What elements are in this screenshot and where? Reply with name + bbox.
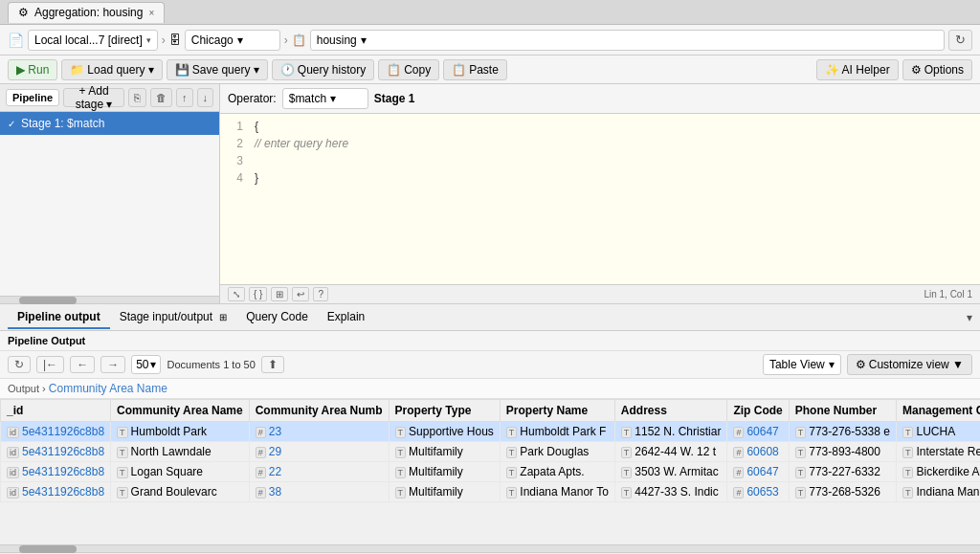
next-page-button[interactable]: → bbox=[100, 356, 125, 373]
col-header-address[interactable]: Address bbox=[614, 400, 727, 422]
operator-select[interactable]: $match ▾ bbox=[282, 88, 368, 109]
col-header-management-company[interactable]: Management Company bbox=[896, 400, 980, 422]
pipeline-items: ✓ Stage 1: $match bbox=[0, 112, 219, 296]
chevron-down-icon: ▾ bbox=[829, 358, 835, 371]
pipeline-stage-1[interactable]: ✓ Stage 1: $match bbox=[0, 112, 219, 135]
add-stage-button[interactable]: + Add stage ▾ bbox=[63, 88, 124, 107]
prev-page-button[interactable]: ← bbox=[70, 356, 95, 373]
save-query-button[interactable]: 💾 Save query ▾ bbox=[167, 59, 268, 80]
connection-select[interactable]: Local local...7 [direct] ▾ bbox=[28, 30, 158, 51]
table-view-label: Table View bbox=[769, 358, 825, 371]
tab-stage-input-output[interactable]: Stage input/output ⊞ bbox=[110, 306, 236, 329]
arrow-icon: › bbox=[284, 33, 288, 47]
table-cell: TPark Douglas bbox=[500, 442, 614, 462]
collection-select[interactable]: housing ▾ bbox=[310, 30, 945, 51]
load-query-button[interactable]: 📁 Load query ▾ bbox=[61, 59, 162, 80]
table-row[interactable]: id5e4311926c8b8TGrand Boulevarc#38TMulti… bbox=[1, 482, 981, 502]
table-cell: #60653 bbox=[727, 482, 789, 502]
scrollbar-thumb bbox=[19, 545, 77, 553]
table-cell: T3503 W. Armitac bbox=[614, 462, 727, 482]
arrow-icon: › bbox=[162, 33, 166, 47]
table-cell: T1152 N. Christiar bbox=[614, 422, 727, 442]
table-row[interactable]: id5e4311926c8b8TLogan Square#22TMultifam… bbox=[1, 462, 981, 482]
results-toolbar: ↻ |← ← → 50 ▾ Documents 1 to 50 ⬆ Table … bbox=[0, 351, 980, 379]
ai-helper-label: AI Helper bbox=[842, 63, 890, 77]
tab-query-code[interactable]: Query Code bbox=[236, 306, 318, 329]
table-cell: TIndiana Manor To bbox=[896, 482, 980, 502]
table-cell: TLogan Square bbox=[111, 462, 250, 482]
copy-button[interactable]: 📋 Copy bbox=[378, 59, 439, 80]
close-icon[interactable]: × bbox=[148, 8, 154, 18]
results-right: Table View ▾ ⚙ Customize view ▼ bbox=[763, 354, 972, 375]
pipeline-output-tab-label: Pipeline output bbox=[17, 310, 100, 323]
pipeline-scrollbar[interactable] bbox=[0, 296, 219, 303]
expand-editor-button[interactable]: ⤡ bbox=[228, 287, 245, 301]
code-editor[interactable]: 1 { 2 // enter query here 3 4 } bbox=[220, 114, 980, 284]
move-down-button[interactable]: ↓ bbox=[197, 88, 214, 107]
table-cell: T773-227-6332 bbox=[789, 462, 896, 482]
table-cell: id5e4311926c8b8 bbox=[1, 482, 111, 502]
table-cell: TMultifamily bbox=[389, 482, 500, 502]
chevron-down-icon: ▾ bbox=[330, 92, 336, 105]
page-size-value: 50 bbox=[136, 358, 148, 371]
pipeline-tab[interactable]: Pipeline bbox=[6, 89, 59, 106]
collection-label: housing bbox=[317, 33, 357, 47]
first-page-button[interactable]: |← bbox=[36, 356, 64, 373]
table-cell: T2642-44 W. 12 t bbox=[614, 442, 727, 462]
col-header-phone-number[interactable]: Phone Number bbox=[789, 400, 896, 422]
explain-tab-label: Explain bbox=[327, 310, 365, 323]
col-header-id[interactable]: _id bbox=[1, 400, 111, 422]
export-button[interactable]: ⬆ bbox=[261, 356, 284, 373]
table-row[interactable]: id5e4311926c8b8TNorth Lawndale#29TMultif… bbox=[1, 442, 981, 462]
col-header-property-type[interactable]: Property Type bbox=[389, 400, 500, 422]
table-cell: id5e4311926c8b8 bbox=[1, 422, 111, 442]
query-panel: Operator: $match ▾ Stage 1 1 { 2 // ente… bbox=[220, 84, 980, 303]
bottom-panel: Pipeline output Stage input/output ⊞ Que… bbox=[0, 304, 980, 552]
ai-helper-button[interactable]: ✨ AI Helper bbox=[816, 59, 899, 80]
code-line-4: 4 } bbox=[228, 169, 972, 187]
customize-icon: ⚙ bbox=[856, 358, 866, 371]
data-table-wrap[interactable]: _id Community Area Name Community Area N… bbox=[0, 399, 980, 544]
run-button[interactable]: ▶ ▶ Run bbox=[8, 59, 57, 80]
tab-pipeline-output[interactable]: Pipeline output bbox=[8, 306, 110, 329]
table-view-select[interactable]: Table View ▾ bbox=[763, 354, 841, 375]
aggregation-tab[interactable]: ⚙ Aggregation: housing × bbox=[8, 2, 165, 23]
operator-bar: Operator: $match ▾ Stage 1 bbox=[220, 84, 980, 114]
wrap-button[interactable]: ↩ bbox=[292, 287, 309, 301]
refresh-results-button[interactable]: ↻ bbox=[8, 356, 31, 373]
help-button[interactable]: ? bbox=[313, 287, 328, 301]
page-size-select[interactable]: 50 ▾ bbox=[131, 355, 161, 374]
doc-icon: 📄 bbox=[8, 33, 24, 48]
table-cell: #60647 bbox=[727, 462, 789, 482]
delete-stage-button[interactable]: 🗑 bbox=[150, 88, 172, 107]
chevron-down-icon: ▾ bbox=[237, 33, 243, 47]
table-cell: TInterstate Realty bbox=[896, 442, 980, 462]
table-cell: T773-893-4800 bbox=[789, 442, 896, 462]
operator-value: $match bbox=[289, 92, 326, 105]
tab-explain[interactable]: Explain bbox=[318, 306, 374, 329]
pipeline-output-section-header: Pipeline Output bbox=[0, 331, 980, 351]
save-icon: 💾 bbox=[175, 63, 189, 77]
col-header-community-area-name[interactable]: Community Area Name bbox=[111, 400, 250, 422]
refresh-button[interactable]: ↻ bbox=[948, 30, 972, 51]
database-label: Chicago bbox=[191, 33, 234, 47]
col-header-property-name[interactable]: Property Name bbox=[500, 400, 614, 422]
horizontal-scrollbar[interactable] bbox=[0, 544, 980, 552]
col-header-zip-code[interactable]: Zip Code bbox=[727, 400, 789, 422]
customize-view-button[interactable]: ⚙ Customize view ▼ bbox=[847, 354, 972, 375]
grid-button[interactable]: ⊞ bbox=[271, 287, 288, 301]
table-row[interactable]: id5e4311926c8b8THumboldt Park#23TSupport… bbox=[1, 422, 981, 442]
table-cell: id5e4311926c8b8 bbox=[1, 462, 111, 482]
code-comment: // enter query here bbox=[255, 135, 348, 152]
expand-icon[interactable]: ▾ bbox=[967, 311, 972, 324]
col-header-community-area-numb[interactable]: Community Area Numb bbox=[249, 400, 389, 422]
tab-icon: ⚙ bbox=[18, 6, 29, 19]
query-history-button[interactable]: 🕐 Query history bbox=[272, 59, 374, 80]
paste-button[interactable]: 📋 Paste bbox=[443, 59, 507, 80]
options-button[interactable]: ⚙ Options bbox=[902, 59, 972, 80]
move-up-button[interactable]: ↑ bbox=[176, 88, 193, 107]
database-select[interactable]: Chicago ▾ bbox=[185, 30, 280, 51]
copy-stage-button[interactable]: ⎘ bbox=[128, 88, 146, 107]
table-cell: TMultifamily bbox=[389, 462, 500, 482]
format-button[interactable]: { } bbox=[249, 287, 267, 301]
